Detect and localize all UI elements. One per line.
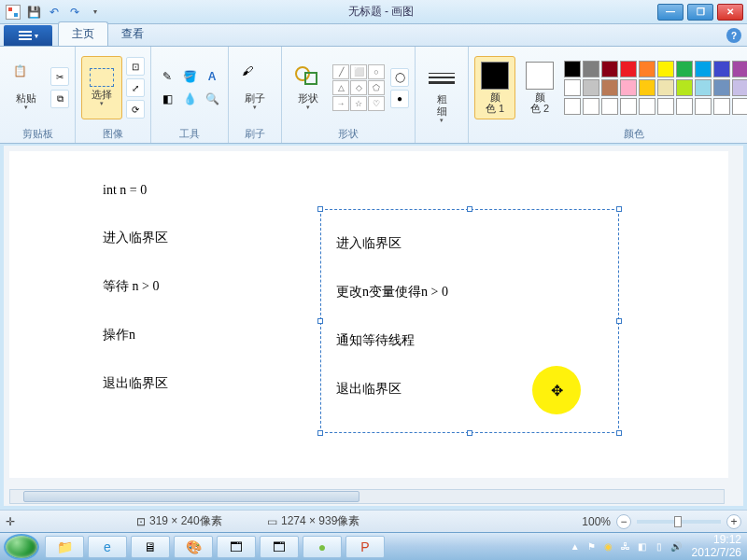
tab-view[interactable]: 查看 xyxy=(108,22,157,46)
stroke-width-button[interactable]: 粗 细 xyxy=(421,63,462,127)
shapes-gallery[interactable]: ╱⬜○ △◇⬠ →☆♡ xyxy=(332,64,385,111)
group-clipboard: 📋 粘贴 ✂ ⧉ 剪贴板 xyxy=(0,47,76,143)
shapes-button[interactable]: 形状 xyxy=(288,56,329,119)
color-swatch[interactable] xyxy=(601,61,618,77)
color-swatch[interactable] xyxy=(695,79,712,96)
text-tool[interactable]: A xyxy=(202,66,222,87)
magnifier-tool[interactable]: 🔍 xyxy=(202,89,222,109)
tray-battery-icon[interactable]: ▯ xyxy=(653,540,666,553)
tray-network-icon[interactable]: 🖧 xyxy=(619,540,632,553)
tray-flag-icon[interactable]: ⚑ xyxy=(585,540,599,553)
shape-fill-button[interactable]: ● xyxy=(390,90,409,108)
tray-up-icon[interactable]: ▲ xyxy=(569,540,582,553)
app-icon[interactable] xyxy=(4,3,22,21)
canvas-dim-icon: ▭ xyxy=(267,515,277,528)
color-swatch[interactable] xyxy=(732,79,747,96)
save-icon[interactable]: 💾 xyxy=(24,3,43,21)
color-swatch[interactable] xyxy=(657,61,674,77)
crop-button[interactable]: ⊡ xyxy=(126,57,145,76)
color-swatch[interactable] xyxy=(695,98,712,115)
color-swatch[interactable] xyxy=(676,98,693,115)
qat-customize-icon[interactable]: ▾ xyxy=(86,3,105,21)
tray-app-icon[interactable]: ◧ xyxy=(636,540,649,553)
tray-volume-icon[interactable]: 🔊 xyxy=(669,540,683,553)
task-ppt[interactable]: P xyxy=(345,536,385,558)
color-swatch[interactable] xyxy=(564,98,581,115)
status-bar: ✛ ⊡319 × 240像素 ▭1274 × 939像素 100% − + xyxy=(0,510,747,532)
task-explorer[interactable]: 📁 xyxy=(45,536,84,558)
task-app1[interactable]: 🗔 xyxy=(217,536,256,558)
color-swatch[interactable] xyxy=(620,79,637,96)
task-paint[interactable]: 🎨 xyxy=(174,536,213,558)
quick-access-toolbar: 💾 ↶ ↷ ▾ xyxy=(4,3,105,21)
group-brushes: 🖌 刷子 刷子 xyxy=(229,47,282,143)
task-app3[interactable]: ● xyxy=(303,536,342,558)
pencil-tool[interactable]: ✎ xyxy=(157,66,177,87)
zoom-in-button[interactable]: + xyxy=(726,514,741,529)
color-swatch[interactable] xyxy=(601,98,618,115)
tab-home[interactable]: 主页 xyxy=(58,21,108,46)
color-swatch[interactable] xyxy=(639,61,655,77)
paste-button[interactable]: 📋 粘贴 xyxy=(6,56,47,119)
eraser-tool[interactable]: ◧ xyxy=(157,89,177,109)
zoom-level: 100% xyxy=(582,515,611,528)
taskbar-clock[interactable]: 19:12 2012/7/26 xyxy=(692,534,741,558)
color-swatch[interactable] xyxy=(713,61,730,77)
start-button[interactable] xyxy=(4,534,39,560)
color-swatch[interactable] xyxy=(713,79,730,96)
color-swatch[interactable] xyxy=(564,79,581,96)
maximize-button[interactable]: ❐ xyxy=(687,4,713,21)
color-swatch[interactable] xyxy=(713,98,730,115)
color-swatch[interactable] xyxy=(732,98,747,115)
color-swatch[interactable] xyxy=(583,79,599,96)
eyedropper-tool[interactable]: 💧 xyxy=(179,89,200,109)
color-palette[interactable] xyxy=(564,61,747,115)
copy-button[interactable]: ⧉ xyxy=(50,90,69,108)
close-button[interactable]: ✕ xyxy=(717,4,743,21)
color-swatch[interactable] xyxy=(639,79,655,96)
brush-icon: 🖌 xyxy=(242,64,268,91)
color1-button[interactable]: 颜 色 1 xyxy=(474,56,515,119)
task-ie[interactable]: e xyxy=(88,536,127,558)
brush-button[interactable]: 🖌 刷子 xyxy=(234,56,275,119)
color-swatch[interactable] xyxy=(639,98,655,115)
file-menu-button[interactable] xyxy=(4,25,52,46)
rotate-button[interactable]: ⟳ xyxy=(126,100,145,119)
color-swatch[interactable] xyxy=(601,79,618,96)
shape-outline-button[interactable]: ◯ xyxy=(390,68,409,87)
task-app2[interactable]: 🗔 xyxy=(260,536,299,558)
color-swatch[interactable] xyxy=(732,61,747,77)
cursor-position: ✛ xyxy=(6,515,118,528)
color-swatch[interactable] xyxy=(583,98,599,115)
task-vm[interactable]: 🖥 xyxy=(131,536,170,558)
zoom-out-button[interactable]: − xyxy=(616,514,631,529)
minimize-button[interactable]: — xyxy=(657,4,684,21)
color-swatch[interactable] xyxy=(676,61,693,77)
color-swatch[interactable] xyxy=(657,79,674,96)
color-swatch[interactable] xyxy=(676,79,693,96)
canvas-text-left: int n = 0进入临界区等待 n > 0操作n退出临界区 xyxy=(103,183,168,424)
cut-button[interactable]: ✂ xyxy=(50,67,69,86)
group-colors: 颜 色 1 颜 色 2 编辑颜色 颜色 xyxy=(469,47,747,143)
canvas[interactable]: int n = 0进入临界区等待 n > 0操作n退出临界区 进入临界区更改n变… xyxy=(9,151,728,478)
zoom-slider[interactable] xyxy=(637,520,721,524)
horizontal-scrollbar[interactable] xyxy=(9,489,725,504)
color2-button[interactable]: 颜 色 2 xyxy=(519,56,560,119)
color-swatch[interactable] xyxy=(620,98,637,115)
window-title: 无标题 - 画图 xyxy=(105,4,657,20)
color-swatch[interactable] xyxy=(657,98,674,115)
canvas-text: 操作n xyxy=(103,327,168,343)
resize-button[interactable]: ⤢ xyxy=(126,78,145,97)
clipboard-icon: 📋 xyxy=(13,64,39,91)
undo-icon[interactable]: ↶ xyxy=(45,3,63,21)
color-swatch[interactable] xyxy=(620,61,637,77)
color-swatch[interactable] xyxy=(583,61,599,77)
tray-shield-icon[interactable]: ◉ xyxy=(602,540,615,553)
color-swatch[interactable] xyxy=(695,61,712,77)
fill-tool[interactable]: 🪣 xyxy=(179,66,200,87)
redo-icon[interactable]: ↷ xyxy=(65,3,84,21)
color-swatch[interactable] xyxy=(564,61,581,77)
select-button[interactable]: 选择 xyxy=(81,56,122,119)
canvas-size: ▭1274 × 939像素 xyxy=(267,513,379,529)
help-icon[interactable]: ? xyxy=(726,28,741,43)
